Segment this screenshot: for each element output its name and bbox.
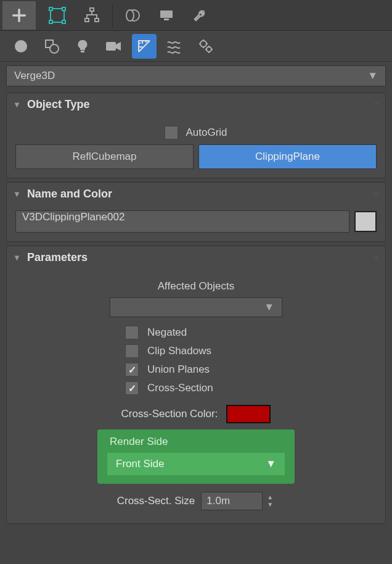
- cross-section-color-label: Cross-Section Color:: [121, 408, 218, 420]
- svg-rect-7: [95, 19, 99, 22]
- svg-point-14: [50, 44, 59, 53]
- reflcubemap-button[interactable]: ReflCubemap: [15, 144, 194, 169]
- monitor-tool-icon[interactable]: [150, 1, 183, 30]
- camera-category-icon[interactable]: [101, 34, 126, 59]
- cross-sect-size-spinner[interactable]: 1.0m ▲ ▼: [201, 491, 275, 511]
- object-color-swatch[interactable]: [354, 211, 377, 232]
- svg-rect-4: [62, 20, 65, 23]
- clip-shadows-checkbox[interactable]: [125, 344, 139, 358]
- clippingplane-button[interactable]: ClippingPlane: [198, 144, 377, 169]
- panel-title: Object Type: [27, 98, 90, 111]
- svg-rect-11: [164, 19, 169, 20]
- svg-point-18: [206, 47, 211, 52]
- cross-sect-size-label: Cross-Sect. Size: [117, 495, 195, 507]
- cross-section-label: Cross-Section: [147, 382, 213, 394]
- spacewarp-category-icon[interactable]: [163, 34, 187, 59]
- chevron-down-icon: ▼: [264, 301, 274, 313]
- collapse-caret-icon: ▼: [13, 189, 21, 199]
- dropdown-label: Verge3D: [14, 70, 55, 82]
- collapse-caret-icon: ▼: [13, 100, 21, 109]
- light-category-icon[interactable]: [70, 34, 95, 59]
- svg-point-12: [15, 40, 27, 52]
- panel-header[interactable]: ▼ Object Type ∷: [7, 93, 385, 117]
- render-side-label: Render Side: [107, 436, 285, 448]
- svg-rect-3: [49, 20, 52, 23]
- affected-objects-label: Affected Objects: [15, 280, 377, 292]
- render-side-value: Front Side: [116, 458, 164, 470]
- category-toolbar: [0, 31, 392, 62]
- systems-category-icon[interactable]: [194, 34, 218, 59]
- svg-rect-15: [81, 51, 84, 52]
- negated-label: Negated: [147, 326, 187, 339]
- hierarchy-tool-icon[interactable]: [75, 1, 108, 30]
- parameters-panel: ▼ Parameters ∷ Affected Objects ▼ Negate…: [6, 246, 386, 524]
- panel-header[interactable]: ▼ Parameters ∷: [7, 246, 385, 270]
- cross-section-checkbox[interactable]: [125, 381, 139, 395]
- add-button[interactable]: [2, 1, 36, 30]
- svg-point-17: [200, 41, 206, 47]
- svg-rect-16: [106, 42, 116, 51]
- drag-handle-icon[interactable]: ∷: [374, 255, 379, 261]
- clip-shadows-label: Clip Shadows: [147, 345, 211, 357]
- top-tool-toolbar: [0, 0, 392, 31]
- object-category-dropdown[interactable]: Verge3D ▼: [6, 65, 386, 86]
- union-planes-label: Union Planes: [147, 363, 210, 376]
- autogrid-label: AutoGrid: [186, 126, 227, 139]
- render-side-group: Render Side Front Side ▼: [97, 429, 295, 484]
- object-type-panel: ▼ Object Type ∷ AutoGrid ReflCubemap Cli…: [6, 93, 386, 178]
- chevron-down-icon: ▼: [266, 458, 276, 470]
- svg-point-9: [126, 10, 134, 21]
- render-side-dropdown[interactable]: Front Side ▼: [107, 453, 285, 475]
- svg-rect-2: [62, 7, 65, 10]
- chevron-down-icon: ▼: [367, 70, 378, 82]
- spinner-up-icon[interactable]: ▲: [265, 494, 275, 501]
- drag-handle-icon[interactable]: ∷: [374, 102, 379, 108]
- panel-header[interactable]: ▼ Name and Color ∷: [7, 183, 385, 207]
- negated-checkbox[interactable]: [125, 326, 139, 339]
- svg-rect-6: [85, 19, 89, 22]
- affected-objects-dropdown[interactable]: ▼: [110, 297, 282, 317]
- panel-title: Name and Color: [27, 188, 112, 201]
- svg-rect-1: [49, 7, 52, 10]
- spinner-down-icon[interactable]: ▼: [265, 501, 275, 508]
- sphere-tool-icon[interactable]: [115, 1, 149, 30]
- object-name-input[interactable]: V3DClippingPlane002: [15, 210, 349, 233]
- svg-rect-10: [160, 10, 173, 18]
- panel-title: Parameters: [27, 251, 88, 264]
- transform-tool-icon[interactable]: [41, 1, 74, 30]
- spinner-value[interactable]: 1.0m: [201, 492, 263, 510]
- wrench-tool-icon[interactable]: [184, 1, 218, 30]
- toolbar-separator: [112, 4, 113, 27]
- drag-handle-icon[interactable]: ∷: [374, 191, 379, 197]
- cross-section-color-swatch[interactable]: [226, 405, 271, 423]
- shapes-category-icon[interactable]: [39, 34, 64, 59]
- sphere-category-icon[interactable]: [9, 34, 33, 59]
- svg-rect-5: [90, 8, 94, 11]
- collapse-caret-icon: ▼: [13, 253, 21, 262]
- name-color-panel: ▼ Name and Color ∷ V3DClippingPlane002: [6, 182, 386, 242]
- union-planes-checkbox[interactable]: [125, 363, 139, 376]
- helper-category-icon[interactable]: [132, 34, 157, 59]
- autogrid-checkbox[interactable]: [165, 126, 178, 139]
